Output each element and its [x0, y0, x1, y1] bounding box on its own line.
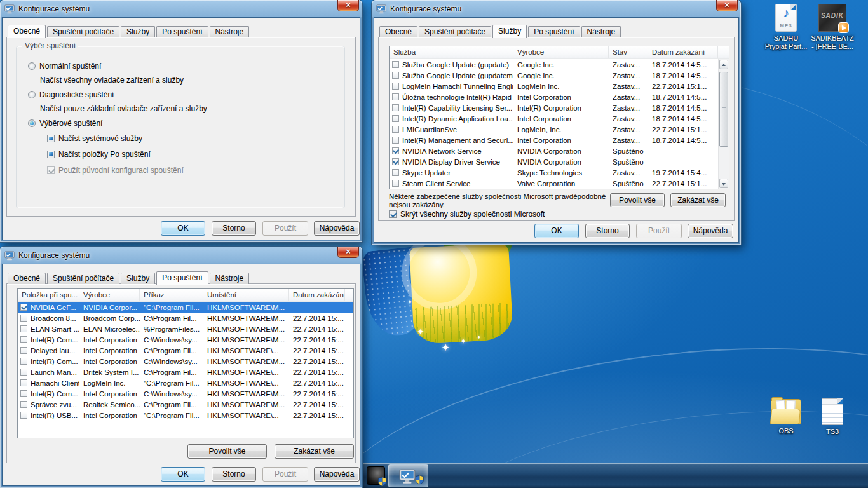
- startup-row[interactable]: ELAN Smart-... ELAN Microelec... %Progra…: [18, 323, 353, 334]
- column-header-item[interactable]: Položka při spu...: [18, 289, 79, 301]
- enable-all-button[interactable]: Povolit vše: [187, 444, 267, 459]
- cancel-button[interactable]: Storno: [212, 221, 256, 236]
- close-button[interactable]: ×: [716, 0, 738, 11]
- row-checkbox[interactable]: [20, 412, 27, 419]
- row-checkbox[interactable]: [392, 104, 399, 111]
- column-header-state[interactable]: Stav: [609, 46, 648, 58]
- row-checkbox[interactable]: [392, 158, 399, 165]
- checkbox-load-services[interactable]: [47, 135, 55, 142]
- startup-row[interactable]: Intel(R) Com... Intel Corporation C:\Win…: [18, 334, 353, 345]
- startup-row[interactable]: Správce zvu... Realtek Semico... C:\Prog…: [18, 399, 353, 410]
- help-button[interactable]: Nápověda: [314, 467, 360, 482]
- startup-row[interactable]: Delayed lau... Intel Corporation C:\Prog…: [18, 345, 353, 356]
- service-row[interactable]: Služba Google Update (gupdate) Google In…: [390, 59, 729, 70]
- row-checkbox[interactable]: [392, 83, 399, 90]
- row-checkbox[interactable]: [20, 390, 27, 397]
- tab-general[interactable]: Obecné: [379, 26, 417, 37]
- disable-all-button[interactable]: Zakázat vše: [670, 193, 726, 207]
- row-checkbox[interactable]: [392, 61, 399, 68]
- row-checkbox[interactable]: [392, 169, 399, 176]
- services-list-header[interactable]: Služba Výrobce Stav Datum zakázání: [390, 46, 729, 59]
- tab-boot[interactable]: Spuštění počítače: [419, 26, 491, 37]
- tab-general[interactable]: Obecné: [8, 25, 46, 38]
- desktop-icon-obs-folder[interactable]: OBS: [761, 399, 811, 435]
- row-checkbox[interactable]: [20, 336, 27, 343]
- close-button[interactable]: ×: [337, 247, 359, 258]
- tab-startup[interactable]: Po spuštění: [156, 271, 208, 285]
- tab-startup[interactable]: Po spuštění: [528, 26, 580, 37]
- tab-tools[interactable]: Nástroje: [210, 26, 250, 37]
- column-header-date[interactable]: Datum zakázání: [289, 289, 345, 301]
- row-checkbox[interactable]: [20, 325, 27, 332]
- help-button[interactable]: Nápověda: [314, 221, 360, 236]
- tab-services[interactable]: Služby: [492, 25, 527, 38]
- radio-diagnostic-startup[interactable]: [28, 91, 36, 98]
- row-checkbox[interactable]: [392, 72, 399, 79]
- row-checkbox[interactable]: [392, 137, 399, 144]
- startup-row[interactable]: Launch Man... Dritek System I... C:\Prog…: [18, 367, 353, 377]
- titlebar[interactable]: Konfigurace systému ×: [372, 0, 741, 18]
- service-row[interactable]: NVIDIA Display Driver Service NVIDIA Cor…: [390, 156, 729, 167]
- service-row[interactable]: LogMeIn Hamachi Tunneling Engine LogMeIn…: [390, 81, 729, 92]
- checkbox-load-startup-items[interactable]: [47, 151, 55, 158]
- cancel-button[interactable]: Storno: [212, 467, 256, 482]
- column-header-service[interactable]: Služba: [390, 46, 513, 58]
- close-button[interactable]: ×: [337, 0, 359, 11]
- scrollbar-thumb[interactable]: [719, 72, 728, 147]
- tab-general[interactable]: Obecné: [8, 273, 46, 284]
- column-header-command[interactable]: Příkaz: [140, 289, 203, 301]
- enable-all-button[interactable]: Povolit vše: [610, 193, 665, 207]
- radio-normal-startup[interactable]: [28, 62, 36, 70]
- scroll-down-icon[interactable]: [719, 179, 728, 188]
- startup-row[interactable]: Intel(R) Com... Intel Corporation C:\Win…: [18, 388, 353, 399]
- row-checkbox[interactable]: [392, 147, 399, 154]
- tab-boot[interactable]: Spuštění počítače: [47, 26, 119, 37]
- startup-row[interactable]: Intel(R) Com... Intel Corporation C:\Win…: [18, 356, 353, 367]
- tab-services[interactable]: Služby: [121, 26, 155, 37]
- ok-button[interactable]: OK: [534, 224, 579, 238]
- service-row[interactable]: Skype Updater Skype Technologies Zastav.…: [390, 167, 729, 178]
- titlebar[interactable]: Konfigurace systému ×: [0, 0, 362, 18]
- service-row[interactable]: Úložná technologie Intel(R) Rapid Intel …: [390, 92, 729, 102]
- scrollbar[interactable]: [718, 59, 729, 189]
- row-checkbox[interactable]: [20, 401, 27, 408]
- tab-services[interactable]: Služby: [121, 273, 155, 284]
- row-checkbox[interactable]: [392, 93, 399, 100]
- scroll-up-icon[interactable]: [719, 60, 728, 69]
- row-checkbox[interactable]: [392, 126, 399, 133]
- help-button[interactable]: Nápověda: [688, 224, 733, 238]
- taskbar-button-msconfig[interactable]: [388, 464, 428, 487]
- column-header-location[interactable]: Umístění: [203, 289, 289, 301]
- titlebar[interactable]: Konfigurace systému ×: [0, 247, 362, 264]
- startup-row[interactable]: Intel(R) USB... Intel Corporation "C:\Pr…: [18, 410, 353, 421]
- ok-button[interactable]: OK: [161, 221, 205, 236]
- column-header-vendor[interactable]: Výrobce: [79, 289, 140, 301]
- service-row[interactable]: Služba Google Update (gupdatem) Google I…: [390, 70, 729, 81]
- row-checkbox[interactable]: [20, 358, 27, 365]
- service-row[interactable]: LMIGuardianSvc LogMeIn, Inc. Zastav... 2…: [390, 124, 729, 135]
- tab-tools[interactable]: Nástroje: [581, 26, 621, 37]
- service-row[interactable]: NVIDIA Network Service NVIDIA Corporatio…: [390, 146, 729, 156]
- row-checkbox[interactable]: [20, 304, 27, 311]
- startup-row[interactable]: Hamachi Client LogMeIn Inc. "C:\Program …: [18, 377, 353, 388]
- service-row[interactable]: Intel(R) Management and Securi... Intel …: [390, 135, 729, 146]
- column-header-date[interactable]: Datum zakázání: [648, 46, 718, 58]
- cancel-button[interactable]: Storno: [585, 224, 630, 238]
- desktop-icon-sadhu-mp3[interactable]: ♪ MP3 SADHUPrypjat Part...: [761, 4, 811, 51]
- row-checkbox[interactable]: [20, 369, 27, 376]
- service-row[interactable]: Intel(R) Capability Licensing Ser... Int…: [390, 102, 729, 113]
- service-row[interactable]: Intel(R) Dynamic Application Loa... Inte…: [390, 113, 729, 124]
- row-checkbox[interactable]: [392, 180, 399, 187]
- tab-tools[interactable]: Nástroje: [210, 273, 250, 284]
- column-header-vendor[interactable]: Výrobce: [513, 46, 609, 58]
- startup-list-header[interactable]: Položka při spu... Výrobce Příkaz Umístě…: [18, 289, 353, 302]
- ok-button[interactable]: OK: [161, 467, 205, 482]
- row-checkbox[interactable]: [20, 315, 27, 322]
- row-checkbox[interactable]: [20, 379, 27, 386]
- disable-all-button[interactable]: Zakázat vše: [275, 444, 354, 459]
- taskbar-app-icon[interactable]: [367, 466, 385, 485]
- tab-boot[interactable]: Spuštění počítače: [47, 273, 119, 284]
- radio-selective-startup[interactable]: [28, 119, 36, 127]
- desktop-icon-ts3[interactable]: TS3: [807, 398, 858, 436]
- tab-startup[interactable]: Po spuštění: [156, 26, 208, 37]
